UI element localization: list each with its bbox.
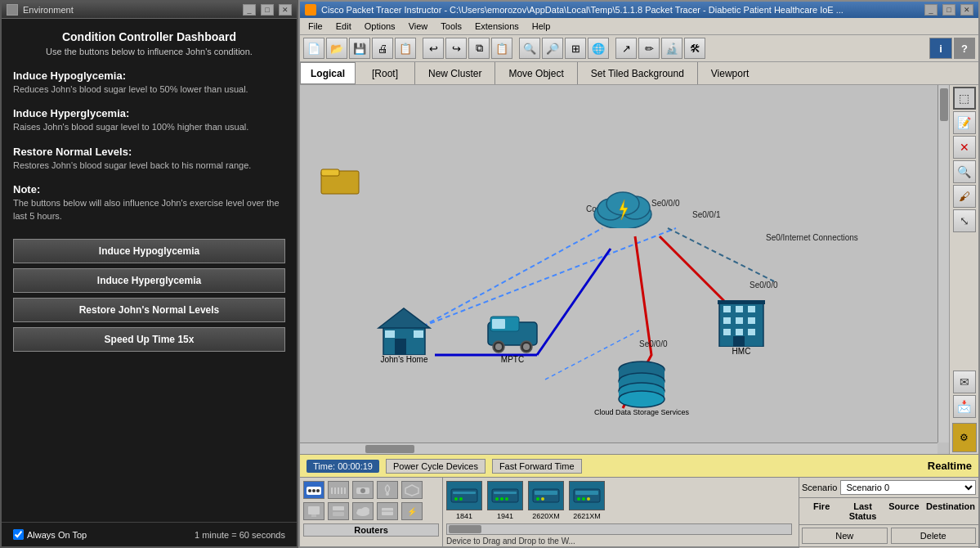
- tb-select[interactable]: ↗: [615, 38, 637, 59]
- always-on-top-checkbox[interactable]: [13, 529, 24, 540]
- device-1841-icon[interactable]: [446, 481, 482, 510]
- tb-save[interactable]: 💾: [349, 38, 370, 59]
- cloud-storage-node[interactable]: Cloud Data Storage Services: [594, 355, 689, 416]
- tool-envelope[interactable]: 📩: [953, 395, 976, 418]
- tb-new[interactable]: 📄: [303, 38, 324, 59]
- tb-undo[interactable]: ↩: [423, 38, 444, 59]
- device-2620xm-icon[interactable]: [528, 481, 564, 510]
- cloud-icon: [590, 183, 656, 228]
- device-2621xm-icon[interactable]: [569, 481, 605, 510]
- tb-annotate[interactable]: ✏: [638, 38, 660, 59]
- induce-hyperglycemia-button[interactable]: Induce Hyperglycemia: [13, 268, 285, 293]
- note-text: The buttons below will also influence Jo…: [13, 197, 285, 222]
- tool-resize[interactable]: ⤡: [953, 209, 976, 232]
- tool-select[interactable]: ⬚: [953, 87, 976, 110]
- routers-category[interactable]: [303, 481, 324, 499]
- switches-category[interactable]: [328, 481, 349, 499]
- device-2620xm[interactable]: 2620XM: [528, 481, 564, 520]
- wireless-icon: [379, 483, 396, 496]
- env-maximize-btn[interactable]: □: [261, 4, 274, 16]
- restore-normal-button[interactable]: Restore John's Normal Levels: [13, 298, 285, 322]
- col-last-status: Last Status: [842, 500, 883, 523]
- device-2621xm[interactable]: 2621XM: [569, 481, 605, 520]
- new-scenario-btn[interactable]: New: [802, 528, 888, 544]
- tb-custom[interactable]: 🛠: [684, 38, 705, 59]
- folder-node[interactable]: [320, 163, 360, 195]
- power-cycle-btn[interactable]: Power Cycle Devices: [386, 459, 486, 474]
- device-1841[interactable]: 1841: [446, 481, 482, 520]
- special-tool[interactable]: ⚙: [952, 423, 977, 452]
- tb-network[interactable]: 🌐: [588, 38, 609, 59]
- tb-paste[interactable]: 📋: [491, 38, 512, 59]
- misc-icon: [379, 505, 396, 518]
- hubs-category[interactable]: [352, 481, 374, 499]
- nav-viewport[interactable]: Viewport: [698, 62, 762, 84]
- tb-help[interactable]: ?: [954, 38, 975, 59]
- horizontal-scrollbar[interactable]: [300, 442, 937, 454]
- tb-zoom-out[interactable]: 🔎: [542, 38, 563, 59]
- nav-move-object[interactable]: Move Object: [495, 62, 577, 84]
- tb-open[interactable]: 📂: [326, 38, 347, 59]
- env-minimize-btn[interactable]: _: [243, 4, 256, 16]
- security-category[interactable]: [401, 481, 423, 499]
- cpt-minimize-btn[interactable]: _: [924, 4, 937, 16]
- svg-point-78: [495, 497, 499, 501]
- info-table-header: Fire Last Status Source Destination: [799, 498, 978, 525]
- cpt-close-btn[interactable]: ✕: [960, 4, 973, 16]
- menu-file[interactable]: File: [303, 20, 328, 33]
- menu-tools[interactable]: Tools: [436, 20, 467, 33]
- misc-category[interactable]: [377, 502, 398, 520]
- tb-redo[interactable]: ↪: [445, 38, 467, 59]
- restore-title: Restore Normal Levels:: [13, 146, 285, 158]
- hmc-node[interactable]: HMC: [713, 294, 770, 356]
- tb-inspect[interactable]: 🔬: [661, 38, 682, 59]
- menu-view[interactable]: View: [404, 20, 433, 33]
- menu-help[interactable]: Help: [527, 20, 556, 33]
- nav-logical[interactable]: Logical: [300, 62, 356, 84]
- tb-print2[interactable]: 📋: [395, 38, 416, 59]
- tool-mail[interactable]: ✉: [953, 371, 976, 393]
- cpt-title: Cisco Packet Tracer Instructor - C:\User…: [321, 5, 920, 15]
- svg-rect-46: [733, 336, 745, 347]
- nav-new-cluster[interactable]: New Cluster: [415, 62, 495, 84]
- tb-copy[interactable]: ⧉: [468, 38, 490, 59]
- env-close-btn[interactable]: ✕: [279, 4, 292, 16]
- mptc-node[interactable]: MPTC: [484, 310, 541, 364]
- device-scrollbar[interactable]: [446, 523, 792, 535]
- tb-zoom-fit[interactable]: ⊞: [565, 38, 586, 59]
- always-on-top-label[interactable]: Always On Top: [13, 529, 87, 540]
- tool-paint[interactable]: 🖌: [953, 185, 976, 208]
- vertical-scrollbar[interactable]: [937, 85, 949, 442]
- tool-delete[interactable]: ✕: [953, 136, 976, 159]
- nav-set-tiled[interactable]: Set Tiled Background: [578, 62, 698, 84]
- tb-zoom-in[interactable]: 🔍: [519, 38, 540, 59]
- cpt-restore-btn[interactable]: □: [942, 4, 955, 16]
- menu-edit[interactable]: Edit: [331, 20, 356, 33]
- menu-extensions[interactable]: Extensions: [470, 20, 524, 33]
- custom-category[interactable]: ⚡: [401, 502, 423, 520]
- device-1941-icon[interactable]: [487, 481, 523, 510]
- cloud-category[interactable]: [352, 502, 374, 520]
- pc-category[interactable]: [303, 502, 324, 520]
- delete-scenario-btn[interactable]: Delete: [891, 528, 977, 544]
- tool-edit[interactable]: 📝: [953, 111, 976, 134]
- tb-print[interactable]: 🖨: [372, 38, 393, 59]
- svg-point-53: [316, 489, 320, 492]
- johns-home-node[interactable]: John's Home: [374, 302, 435, 364]
- svg-point-61: [386, 492, 389, 496]
- menu-options[interactable]: Options: [360, 20, 401, 33]
- nav-root[interactable]: [Root]: [356, 62, 415, 84]
- scenario-select[interactable]: Scenario 0: [840, 480, 976, 495]
- svg-rect-63: [308, 506, 320, 514]
- internet-node[interactable]: [590, 183, 656, 228]
- device-1941[interactable]: 1941: [487, 481, 523, 520]
- network-canvas[interactable]: Coax7 Se0/0/0 Se0/0/1 Se0/0/0 Se0/0/0 Se…: [300, 85, 949, 442]
- wireless-category[interactable]: [377, 481, 398, 499]
- speed-up-time-button[interactable]: Speed Up Time 15x: [13, 327, 285, 352]
- router-2621xm-icon: [572, 484, 602, 507]
- tool-zoom[interactable]: 🔍: [953, 160, 976, 183]
- tb-info[interactable]: i: [929, 38, 952, 59]
- induce-hypoglycemia-button[interactable]: Induce Hypoglycemia: [13, 239, 285, 263]
- server-category[interactable]: [328, 502, 349, 520]
- fast-forward-btn[interactable]: Fast Forward Time: [492, 459, 582, 474]
